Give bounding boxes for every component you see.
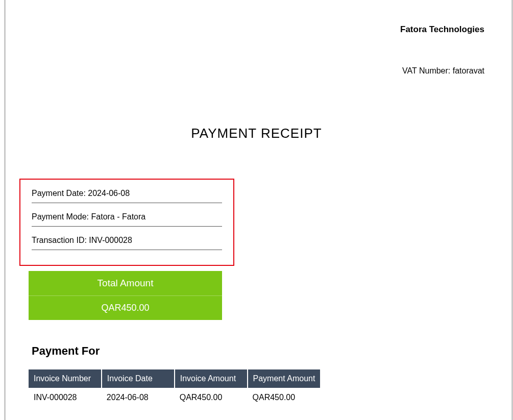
- table-header-row: Invoice Number Invoice Date Invoice Amou…: [29, 369, 320, 388]
- company-name: Fatora Technologies: [400, 24, 484, 35]
- header-invoice-amount: Invoice Amount: [175, 369, 248, 388]
- payment-mode-row: Payment Mode: Fatora - Fatora: [32, 212, 222, 227]
- total-amount-box: Total Amount QAR450.00: [29, 271, 222, 320]
- header-payment-amount: Payment Amount: [248, 369, 321, 388]
- invoice-table: Invoice Number Invoice Date Invoice Amou…: [29, 369, 320, 402]
- header-invoice-number: Invoice Number: [29, 369, 102, 388]
- table-row: INV-000028 2024-06-08 QAR450.00 QAR450.0…: [29, 388, 320, 402]
- receipt-content: Fatora Technologies VAT Number: fatorava…: [0, 0, 513, 420]
- payment-for-heading: Payment For: [32, 344, 100, 358]
- transaction-id-row: Transaction ID: INV-000028: [32, 236, 222, 250]
- cell-payment-amount: QAR450.00: [248, 388, 321, 402]
- vat-value: fatoravat: [453, 66, 484, 75]
- payment-date-label: Payment Date:: [32, 189, 86, 197]
- transaction-id-label: Transaction ID:: [32, 236, 87, 244]
- total-label: Total Amount: [29, 271, 222, 296]
- cell-invoice-number: INV-000028: [29, 388, 102, 402]
- payment-date-value: 2024-06-08: [88, 189, 130, 197]
- total-amount: QAR450.00: [29, 296, 222, 320]
- vat-number: VAT Number: fatoravat: [402, 66, 484, 76]
- payment-details-box: Payment Date: 2024-06-08 Payment Mode: F…: [19, 179, 234, 266]
- cell-invoice-date: 2024-06-08: [102, 388, 175, 402]
- payment-mode-value: Fatora - Fatora: [91, 212, 146, 221]
- payment-date-row: Payment Date: 2024-06-08: [32, 189, 222, 203]
- vat-label: VAT Number:: [402, 66, 450, 75]
- cell-invoice-amount: QAR450.00: [175, 388, 248, 402]
- receipt-title: PAYMENT RECEIPT: [0, 126, 513, 141]
- transaction-id-value: INV-000028: [89, 236, 132, 244]
- payment-mode-label: Payment Mode:: [32, 212, 89, 221]
- header-invoice-date: Invoice Date: [102, 369, 175, 388]
